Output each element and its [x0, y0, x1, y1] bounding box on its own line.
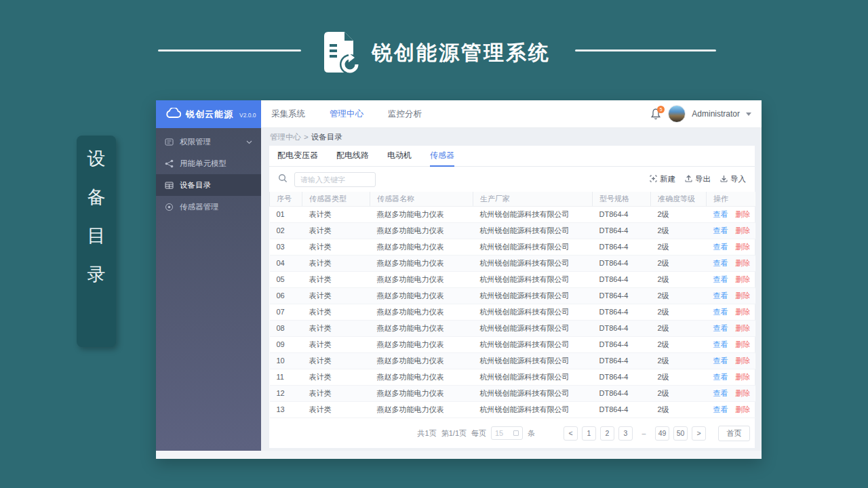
cell-model: DT864-4: [593, 369, 651, 385]
cell-sensor-name: 燕赵多功能电力仪表: [370, 304, 473, 320]
prev-page-button[interactable]: <: [564, 426, 578, 441]
delete-link[interactable]: 删除: [736, 324, 751, 332]
topnav-item-collection-system[interactable]: 采集系统: [271, 108, 305, 120]
tab-distribution-transformer[interactable]: 配电变压器: [277, 146, 318, 167]
cell-manufacturer: 杭州锐创能源科技有限公司: [473, 255, 593, 271]
pagination-info: 共1页 第1/1页 每页 15 条: [418, 426, 535, 440]
page-number-button[interactable]: 1: [582, 426, 596, 441]
sidebar-item-label: 传感器管理: [180, 202, 219, 212]
export-button[interactable]: 导出: [685, 174, 711, 184]
cell-accuracy: 2级: [651, 206, 707, 222]
cell-sensor-type: 表计类: [302, 222, 370, 239]
caret-down-icon[interactable]: [746, 113, 751, 116]
delete-link[interactable]: 删除: [736, 226, 751, 235]
cell-model: DT864-4: [593, 206, 651, 222]
topnav-item-management-center[interactable]: 管理中心: [330, 108, 363, 120]
sidebar-item-label: 设备目录: [180, 180, 211, 190]
delete-link[interactable]: 删除: [736, 389, 751, 397]
first-page-button[interactable]: 首页: [718, 426, 750, 441]
table-row: 06 表计类 燕赵多功能电力仪表 杭州锐创能源科技有限公司 DT864-4 2级…: [270, 287, 755, 304]
cell-sensor-type: 表计类: [302, 304, 370, 320]
cell-serial-number: 03: [270, 239, 302, 255]
tab-sensor[interactable]: 传感器: [430, 146, 454, 167]
tab-distribution-line[interactable]: 配电线路: [336, 146, 369, 167]
view-link[interactable]: 查看: [713, 291, 728, 300]
delete-link[interactable]: 删除: [736, 291, 751, 300]
sidebar-item-label: 权限管理: [180, 137, 211, 147]
page-number-button[interactable]: 3: [618, 426, 633, 441]
cell-accuracy: 2级: [651, 222, 707, 239]
cell-operations: 查看 删除: [707, 401, 755, 418]
pagination-unit-label: 条: [528, 428, 535, 439]
view-link[interactable]: 查看: [713, 340, 728, 348]
search-input[interactable]: [294, 172, 376, 187]
cloud-logo-icon: [165, 108, 181, 121]
page-size-stepper-icon: [513, 430, 519, 436]
breadcrumb-parent[interactable]: 管理中心: [270, 132, 301, 142]
view-link[interactable]: 查看: [713, 259, 728, 267]
page-number-button[interactable]: 2: [600, 426, 614, 441]
cell-operations: 查看 删除: [707, 385, 755, 401]
avatar[interactable]: [668, 105, 686, 123]
sensor-table: 序号传感器类型传感器名称生产厂家型号规格准确度等级操作 01 表计类 燕赵多功能…: [269, 192, 755, 418]
cell-operations: 查看 删除: [707, 206, 755, 222]
tab-electric-motor[interactable]: 电动机: [387, 146, 412, 167]
view-link[interactable]: 查看: [713, 405, 728, 413]
page-number-button[interactable]: 49: [655, 426, 669, 441]
import-button[interactable]: 导入: [720, 174, 746, 184]
cell-sensor-type: 表计类: [302, 271, 370, 287]
table-row: 04 表计类 燕赵多功能电力仪表 杭州锐创能源科技有限公司 DT864-4 2级…: [270, 255, 755, 271]
view-link[interactable]: 查看: [713, 324, 728, 332]
delete-link[interactable]: 删除: [736, 243, 751, 251]
cell-model: DT864-4: [593, 287, 651, 304]
page-number-button[interactable]: –: [637, 426, 651, 441]
delete-link[interactable]: 删除: [736, 275, 751, 283]
cell-operations: 查看 删除: [707, 320, 755, 336]
cell-model: DT864-4: [593, 385, 651, 401]
view-link[interactable]: 查看: [713, 275, 728, 283]
sidebar-item-device-catalog[interactable]: 设备目录: [156, 174, 261, 196]
sidebar: 锐创云能源 V2.0.0 权限管理 用能单元模型: [156, 100, 261, 451]
page-buttons: < 123–4950 >: [564, 426, 706, 441]
page-size-input[interactable]: 15: [491, 426, 523, 440]
delete-link[interactable]: 删除: [736, 210, 751, 218]
delete-link[interactable]: 删除: [736, 259, 751, 267]
sidebar-item-energy-unit-model[interactable]: 用能单元模型: [156, 152, 261, 174]
view-link[interactable]: 查看: [713, 373, 728, 381]
user-name[interactable]: Administrator: [692, 109, 740, 119]
cell-manufacturer: 杭州锐创能源科技有限公司: [473, 369, 593, 385]
view-link[interactable]: 查看: [713, 389, 728, 397]
table-row: 11 表计类 燕赵多功能电力仪表 杭州锐创能源科技有限公司 DT864-4 2级…: [270, 369, 755, 385]
delete-link[interactable]: 删除: [736, 405, 751, 413]
import-arrow-down-icon: [720, 175, 728, 184]
cell-model: DT864-4: [593, 401, 651, 418]
cell-sensor-type: 表计类: [302, 320, 370, 336]
table-row: 13 表计类 燕赵多功能电力仪表 杭州锐创能源科技有限公司 DT864-4 2级…: [270, 401, 755, 418]
vertical-label-char: 目: [87, 224, 106, 248]
sidebar-item-sensor-management[interactable]: 传感器管理: [156, 196, 261, 218]
topnav-item-monitoring-analysis[interactable]: 监控分析: [388, 108, 422, 120]
delete-link[interactable]: 删除: [736, 308, 751, 316]
sidebar-item-permission-management[interactable]: 权限管理: [156, 131, 261, 152]
view-link[interactable]: 查看: [713, 243, 728, 251]
view-link[interactable]: 查看: [713, 226, 728, 235]
new-button[interactable]: 新建: [650, 174, 675, 184]
view-link[interactable]: 查看: [713, 357, 728, 365]
cell-serial-number: 01: [270, 206, 302, 222]
cell-manufacturer: 杭州锐创能源科技有限公司: [473, 239, 593, 255]
cell-accuracy: 2级: [651, 369, 707, 385]
delete-link[interactable]: 删除: [736, 340, 751, 348]
delete-link[interactable]: 删除: [736, 373, 751, 381]
next-page-button[interactable]: >: [692, 426, 706, 441]
cell-accuracy: 2级: [651, 352, 707, 369]
cell-manufacturer: 杭州锐创能源科技有限公司: [473, 206, 593, 222]
view-link[interactable]: 查看: [713, 210, 728, 218]
view-link[interactable]: 查看: [713, 308, 728, 316]
notification-bell-icon[interactable]: 5: [650, 108, 662, 121]
cell-sensor-type: 表计类: [302, 352, 370, 369]
cell-operations: 查看 删除: [707, 369, 755, 385]
column-header: 传感器类型: [302, 192, 370, 206]
page-number-button[interactable]: 50: [673, 426, 688, 441]
pagination-current-page: 第1/1页: [441, 428, 467, 439]
delete-link[interactable]: 删除: [736, 357, 751, 365]
